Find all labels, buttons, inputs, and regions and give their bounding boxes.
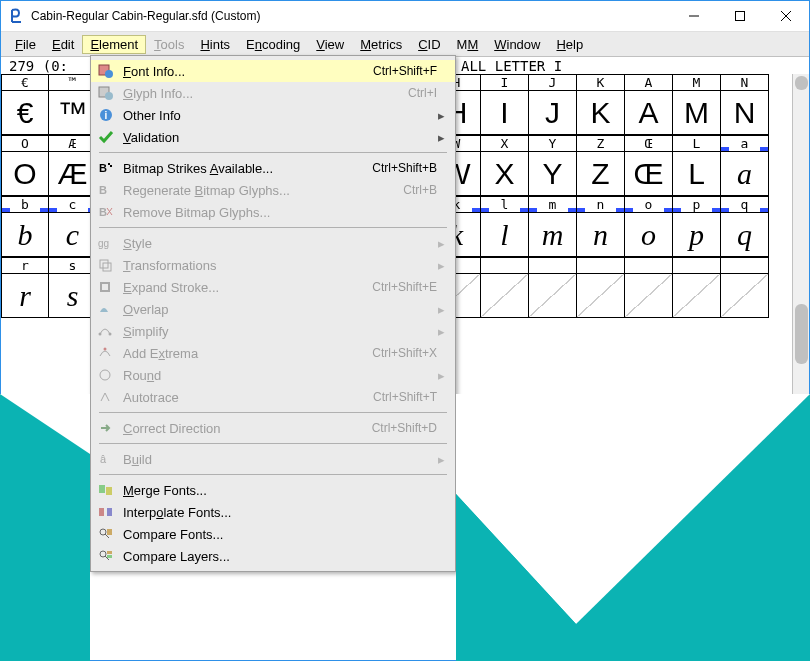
glyph-cell[interactable]: A	[625, 91, 673, 135]
minimize-button[interactable]	[671, 1, 717, 31]
glyph-header[interactable]: Z	[577, 135, 625, 152]
menu-item-label: Glyph Info...	[123, 86, 408, 101]
menu-mm[interactable]: MM	[449, 35, 487, 54]
glyph-header[interactable]	[721, 257, 769, 274]
glyph-header[interactable]: L	[673, 135, 721, 152]
glyph-header[interactable]: I	[481, 74, 529, 91]
transform-icon	[97, 257, 115, 273]
glyph-header[interactable]: O	[1, 135, 49, 152]
glyph-cell[interactable]: n	[577, 213, 625, 257]
glyph-mark	[760, 208, 768, 212]
svg-text:B: B	[99, 162, 107, 174]
menu-help[interactable]: Help	[548, 35, 591, 54]
menu-view[interactable]: View	[308, 35, 352, 54]
menu-item-label: Compare Layers...	[123, 549, 437, 564]
menu-hints[interactable]: Hints	[192, 35, 238, 54]
glyph-cell[interactable]: K	[577, 91, 625, 135]
svg-point-22	[109, 333, 112, 336]
glyph-cell[interactable]: X	[481, 152, 529, 196]
glyph-cell[interactable]: Z	[577, 152, 625, 196]
glyph-cell[interactable]: M	[673, 91, 721, 135]
submenu-arrow-icon: ▸	[437, 130, 445, 145]
scroll-up-icon[interactable]	[795, 76, 808, 90]
glyph-header[interactable]: l	[481, 196, 529, 213]
glyph-cell[interactable]: I	[481, 91, 529, 135]
glyph-cell[interactable]: O	[1, 152, 49, 196]
glyph-cell[interactable]	[529, 274, 577, 318]
glyph-cell[interactable]: m	[529, 213, 577, 257]
glyph-header[interactable]: €	[1, 74, 49, 91]
glyph-cell[interactable]: p	[673, 213, 721, 257]
glyph-mark	[664, 208, 672, 212]
glyph-cell[interactable]: J	[529, 91, 577, 135]
svg-rect-32	[107, 529, 112, 535]
glyph-cell[interactable]	[673, 274, 721, 318]
glyph-cell[interactable]: €	[1, 91, 49, 135]
menu-item-validation[interactable]: Validation▸	[91, 126, 455, 148]
glyph-header[interactable]	[625, 257, 673, 274]
glyph-header[interactable]: Y	[529, 135, 577, 152]
glyph-mark	[721, 147, 729, 151]
close-button[interactable]	[763, 1, 809, 31]
glyph-cell[interactable]: b	[1, 213, 49, 257]
menu-item-bitmap-strikes-available[interactable]: BBitmap Strikes Available...Ctrl+Shift+B	[91, 157, 455, 179]
glyph-header[interactable]: Œ	[625, 135, 673, 152]
glyph-cell[interactable]: l	[481, 213, 529, 257]
menu-item-label: Correct Direction	[123, 421, 372, 436]
menu-metrics[interactable]: Metrics	[352, 35, 410, 54]
menu-item-label: Expand Stroke...	[123, 280, 372, 295]
glyph-cell[interactable]: L	[673, 152, 721, 196]
menu-item-compare-layers[interactable]: Compare Layers...	[91, 545, 455, 567]
glyph-header[interactable]: r	[1, 257, 49, 274]
glyph-header[interactable]: A	[625, 74, 673, 91]
glyph-cell[interactable]: a	[721, 152, 769, 196]
glyph-header[interactable]: m	[529, 196, 577, 213]
menu-window[interactable]: Window	[486, 35, 548, 54]
menu-item-shortcut: Ctrl+B	[403, 183, 437, 197]
glyph-header[interactable]	[529, 257, 577, 274]
glyph-header[interactable]: X	[481, 135, 529, 152]
menu-item-interpolate-fonts[interactable]: Interpolate Fonts...	[91, 501, 455, 523]
glyph-header[interactable]: b	[1, 196, 49, 213]
menu-item-font-info[interactable]: Font Info...Ctrl+Shift+F	[91, 60, 455, 82]
glyph-header[interactable]: N	[721, 74, 769, 91]
menu-item-compare-fonts[interactable]: Compare Fonts...	[91, 523, 455, 545]
glyph-header[interactable]: K	[577, 74, 625, 91]
glyph-header[interactable]	[673, 257, 721, 274]
glyph-mark	[49, 208, 57, 212]
menu-encoding[interactable]: Encoding	[238, 35, 308, 54]
glyph-cell[interactable]: q	[721, 213, 769, 257]
glyph-header[interactable]	[481, 257, 529, 274]
glyph-cell[interactable]	[577, 274, 625, 318]
menu-item-label: Round	[123, 368, 437, 383]
glyph-cell[interactable]	[481, 274, 529, 318]
svg-rect-26	[99, 485, 105, 493]
menu-tools[interactable]: Tools	[146, 35, 192, 54]
glyph-header[interactable]	[577, 257, 625, 274]
glyph-cell[interactable]	[625, 274, 673, 318]
menu-file[interactable]: File	[7, 35, 44, 54]
menu-item-merge-fonts[interactable]: Merge Fonts...	[91, 479, 455, 501]
glyph-header[interactable]: p	[673, 196, 721, 213]
maximize-button[interactable]	[717, 1, 763, 31]
menu-cid[interactable]: CID	[410, 35, 448, 54]
glyph-header[interactable]: o	[625, 196, 673, 213]
compare-layers-icon	[97, 548, 115, 564]
menu-edit[interactable]: Edit	[44, 35, 82, 54]
glyph-header[interactable]: q	[721, 196, 769, 213]
menu-element[interactable]: Element	[82, 35, 146, 54]
glyph-header[interactable]: J	[529, 74, 577, 91]
glyph-cell[interactable]: Y	[529, 152, 577, 196]
menu-item-other-info[interactable]: iOther Info▸	[91, 104, 455, 126]
glyph-header[interactable]: n	[577, 196, 625, 213]
svg-rect-28	[99, 508, 104, 516]
glyph-cell[interactable]: r	[1, 274, 49, 318]
scroll-thumb[interactable]	[795, 304, 808, 364]
glyph-cell[interactable]: N	[721, 91, 769, 135]
glyph-cell[interactable]	[721, 274, 769, 318]
glyph-cell[interactable]: Œ	[625, 152, 673, 196]
window-controls	[671, 1, 809, 31]
glyph-header[interactable]: a	[721, 135, 769, 152]
glyph-cell[interactable]: o	[625, 213, 673, 257]
glyph-header[interactable]: M	[673, 74, 721, 91]
